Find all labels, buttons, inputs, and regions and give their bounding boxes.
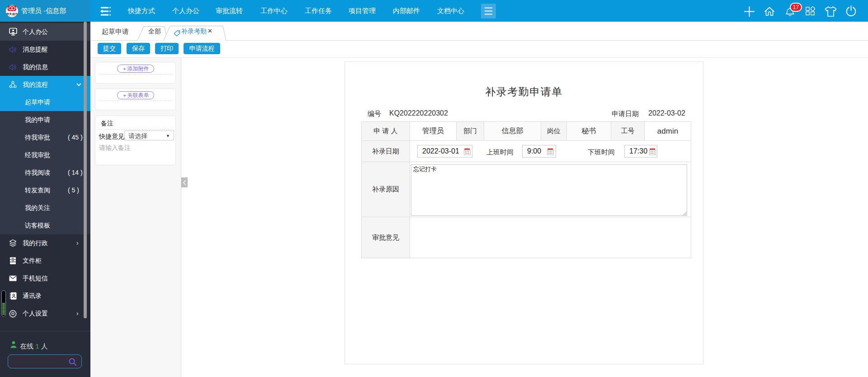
svg-text:华天动力: 华天动力 [6, 12, 18, 15]
svg-text:POWER: POWER [9, 15, 15, 17]
